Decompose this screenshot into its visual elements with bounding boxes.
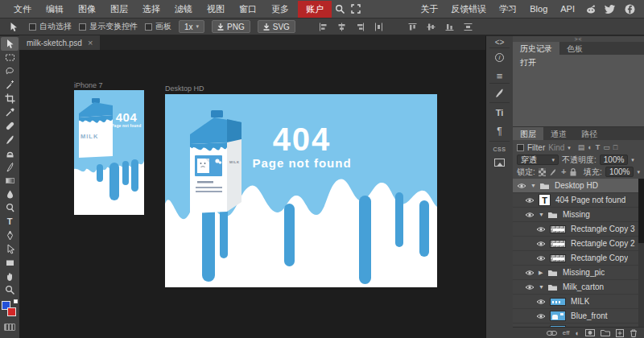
image-layer-thumbnail[interactable]	[550, 311, 566, 321]
eye-icon[interactable]	[521, 270, 539, 276]
artboard-desktop[interactable]: MILK 404 Page not found	[165, 94, 437, 287]
export-svg-button[interactable]: SVG	[258, 20, 295, 33]
menu-about[interactable]: 关于	[415, 1, 443, 18]
show-transform-checkbox[interactable]	[79, 23, 86, 31]
eye-icon[interactable]	[532, 226, 550, 233]
shape-layer-thumbnail[interactable]	[550, 225, 566, 233]
blend-mode-dropdown[interactable]: 穿透 ▾	[517, 155, 559, 165]
artboard-iphone[interactable]: MILK 404 Page not found	[74, 90, 144, 215]
facebook-icon[interactable]	[621, 2, 638, 16]
menu-api[interactable]: API	[555, 2, 580, 16]
caret-down-icon[interactable]: ▼	[539, 284, 547, 290]
account-button[interactable]: 账户	[298, 1, 332, 18]
document-tab[interactable]: milk-sketch.psd ×	[19, 35, 100, 50]
menu-more[interactable]: 更多	[264, 1, 296, 18]
panel-drag-handle[interactable]: ><	[513, 36, 644, 42]
lasso-tool[interactable]	[1, 64, 19, 78]
layer-mask-icon[interactable]	[585, 329, 595, 336]
layer-effects-icon[interactable]: eff	[563, 329, 570, 336]
delete-layer-icon[interactable]	[630, 329, 638, 337]
gradient-tool[interactable]	[1, 174, 19, 188]
align-left-icon[interactable]	[318, 21, 329, 32]
caret-down-icon[interactable]: ▼	[539, 212, 547, 217]
tab-channels[interactable]: 通道	[543, 127, 574, 140]
menu-file[interactable]: 文件	[6, 1, 39, 18]
info-panel-icon[interactable]: i	[486, 53, 513, 62]
history-brush-tool[interactable]	[1, 160, 19, 174]
brush-panel-icon[interactable]	[486, 88, 513, 98]
artboard-label-iphone[interactable]: iPhone 7	[74, 81, 103, 89]
move-tool[interactable]	[1, 37, 19, 51]
dodge-tool[interactable]	[1, 201, 19, 215]
type-tool[interactable]: T	[1, 215, 19, 229]
filter-adjustment-icon[interactable]: ◐	[588, 144, 592, 151]
filter-type-icon[interactable]: T	[596, 144, 601, 151]
clone-stamp-tool[interactable]	[1, 146, 19, 160]
layer-row-rectangle-copy-2[interactable]: Rectangle Copy 2	[513, 237, 644, 251]
export-png-button[interactable]: PNG	[212, 20, 250, 33]
close-icon[interactable]: ×	[88, 38, 93, 47]
chevron-down-icon[interactable]: ▾	[631, 157, 634, 163]
crop-tool[interactable]	[1, 92, 19, 105]
shape-layer-thumbnail[interactable]	[550, 254, 566, 262]
adjustments-panel-icon[interactable]: ≡	[486, 71, 513, 81]
artboard-option[interactable]: 画板	[145, 21, 171, 32]
history-entry-open[interactable]: 打开	[513, 55, 644, 71]
menu-edit[interactable]: 编辑	[39, 1, 71, 18]
lock-transparency-icon[interactable]	[539, 168, 547, 176]
auto-select-option[interactable]: 自动选择	[29, 21, 72, 32]
brush-tool[interactable]	[1, 133, 19, 146]
hand-tool[interactable]	[1, 270, 19, 283]
layer-row-rectangle-copy[interactable]: Rectangle Copy	[513, 251, 644, 266]
link-layers-icon[interactable]	[547, 330, 557, 336]
export-scale-dropdown[interactable]: 1x ▾	[179, 20, 204, 33]
tab-paths[interactable]: 路径	[574, 127, 605, 140]
menu-layer[interactable]: 图层	[103, 1, 135, 18]
eye-icon[interactable]	[532, 255, 550, 262]
distribute-h-icon[interactable]	[374, 21, 385, 32]
zoom-tool[interactable]	[1, 283, 19, 297]
shape-layer-thumbnail[interactable]	[550, 240, 566, 248]
layer-row-missing[interactable]: ▼ Missing	[513, 208, 644, 222]
eye-icon[interactable]	[532, 241, 550, 247]
filter-shape-icon[interactable]: ▭	[603, 144, 610, 151]
menu-report-bug[interactable]: 反馈错误	[446, 1, 491, 18]
align-vcenter-icon[interactable]	[426, 21, 437, 32]
new-layer-icon[interactable]	[616, 329, 624, 337]
new-group-icon[interactable]	[601, 329, 610, 336]
distribute-v-icon[interactable]	[463, 21, 474, 32]
filter-image-icon[interactable]: ▤	[578, 144, 585, 151]
text-layer-thumbnail[interactable]: T	[539, 194, 551, 206]
fullscreen-icon[interactable]	[348, 2, 364, 16]
menu-view[interactable]: 视图	[200, 1, 232, 18]
menu-image[interactable]: 图像	[71, 1, 103, 18]
blur-tool[interactable]	[1, 188, 19, 201]
menu-learn[interactable]: 学习	[494, 1, 522, 18]
caret-right-icon[interactable]: ▶	[539, 270, 547, 276]
eye-icon[interactable]	[532, 313, 550, 319]
layer-row-missing-pic[interactable]: ▶ Missing_pic	[513, 266, 644, 280]
tab-swatches[interactable]: 色板	[559, 42, 590, 55]
align-hcenter-icon[interactable]	[336, 21, 348, 32]
color-swatches[interactable]	[0, 299, 19, 319]
lock-paint-icon[interactable]	[549, 167, 558, 176]
layer-row-blue-front[interactable]: Blue_front	[513, 309, 644, 324]
fill-input[interactable]: 100%	[605, 167, 634, 177]
eyedropper-tool[interactable]	[1, 105, 19, 119]
eye-icon[interactable]	[521, 212, 539, 218]
artboard-label-desktop[interactable]: Desktop HD	[165, 84, 204, 93]
pen-tool[interactable]	[1, 229, 19, 242]
lock-position-icon[interactable]: +	[561, 167, 566, 176]
menu-select[interactable]: 选择	[135, 1, 167, 18]
canvas-area[interactable]: milk-sketch.psd × iPhone 7 MILK 404 Page…	[19, 35, 485, 338]
path-select-tool[interactable]	[1, 242, 19, 256]
menu-filter[interactable]: 滤镜	[167, 1, 200, 18]
layer-row-rectangle-copy-3[interactable]: Rectangle Copy 3	[513, 222, 644, 237]
character-panel-icon[interactable]: Ti	[486, 109, 513, 117]
search-icon[interactable]	[332, 2, 348, 16]
tab-history[interactable]: 历史记录	[513, 42, 559, 55]
magic-wand-tool[interactable]	[1, 78, 19, 92]
eye-icon[interactable]	[521, 197, 539, 204]
menu-blog[interactable]: Blog	[525, 2, 552, 16]
eye-icon[interactable]	[532, 299, 550, 305]
